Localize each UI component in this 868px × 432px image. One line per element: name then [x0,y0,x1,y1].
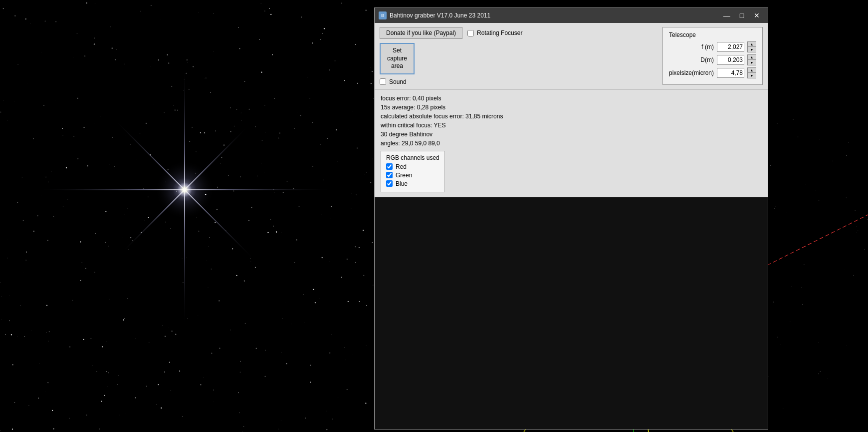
sound-label: Sound [389,78,407,85]
red-row: Red [386,163,439,170]
f-spin-down[interactable]: ▼ [748,47,756,52]
rotating-focuser-checkbox[interactable] [467,30,474,36]
app-icon: B [379,11,387,19]
content-area: Donate if you like (Paypal) Rotating Foc… [375,23,768,429]
pixelsize-spinner: ▲ ▼ [747,67,756,78]
rotating-focuser-row: Rotating Focuser [467,29,522,36]
abs-focus-error-stat: calculated absolute focus error: 31,85 m… [381,113,762,120]
d-input[interactable] [717,55,744,65]
red-label: Red [396,163,407,170]
blue-row: Blue [386,180,439,187]
blue-label: Blue [396,180,408,187]
pixelsize-input[interactable] [717,68,744,78]
title-bar: B Bahtinov grabber V17.0 June 23 2011 — … [375,8,768,23]
controls-row: Donate if you like (Paypal) Rotating Foc… [380,27,763,85]
close-button[interactable]: ✕ [750,10,764,21]
d-spinner: ▲ ▼ [747,54,756,65]
green-checkbox[interactable] [386,172,393,178]
f-spin-up[interactable]: ▲ [748,42,756,47]
d-spin-down[interactable]: ▼ [748,60,756,65]
pixelsize-spin-down[interactable]: ▼ [748,73,756,78]
telescope-panel: Telescope f (m) ▲ ▼ D(m) ▲ [662,27,763,85]
set-capture-line1: Set [393,47,402,54]
red-checkbox[interactable] [386,163,393,170]
green-label: Green [396,172,412,179]
critical-focus-stat: within critical focus: YES [381,122,762,129]
diameter-row: D(m) ▲ ▼ [669,54,756,65]
f-input[interactable] [717,42,744,52]
pixelsize-row: pixelsize(micron) ▲ ▼ [669,67,756,78]
f-spinner: ▲ ▼ [747,41,756,52]
set-capture-line3: area [391,62,403,69]
angles-stat: angles: 29,0 59,0 89,0 [381,140,762,147]
blue-checkbox[interactable] [386,180,393,187]
telescope-title: Telescope [669,31,756,38]
maximize-button[interactable]: □ [735,10,749,21]
f-label: f (m) [701,43,714,50]
avg-15s-stat: 15s average: 0,28 pixels [381,104,762,111]
green-row: Green [386,172,439,179]
bahtinov-label: 30 degree Bahtinov [381,131,762,138]
pixelsize-label: pixelsize(micron) [669,69,714,76]
pixelsize-spin-up[interactable]: ▲ [748,68,756,73]
title-bar-controls: — □ ✕ [720,10,764,21]
rgb-panel: RGB channels used Red Green Blue [381,151,445,192]
sound-checkbox[interactable] [380,78,386,85]
rotating-focuser-label: Rotating Focuser [477,29,522,36]
d-spin-up[interactable]: ▲ [748,55,756,60]
focus-error-stat: focus error: 0,40 pixels [381,95,762,102]
window-title: Bahtinov grabber V17.0 June 23 2011 [390,12,490,19]
d-label: D(m) [700,56,714,63]
analysis-image-area [375,197,768,429]
donate-button[interactable]: Donate if you like (Paypal) [380,27,462,39]
minimize-button[interactable]: — [720,10,734,21]
stats-area: focus error: 0,40 pixels 15s average: 0,… [375,90,768,197]
set-capture-line2: capture [387,55,407,62]
top-controls: Donate if you like (Paypal) Rotating Foc… [375,23,768,90]
set-capture-button[interactable]: Set capture area [380,43,415,74]
sound-row: Sound [380,78,522,85]
left-controls: Donate if you like (Paypal) Rotating Foc… [380,27,522,85]
rgb-header: RGB channels used [386,154,439,161]
analysis-canvas [375,197,768,429]
app-window: B Bahtinov grabber V17.0 June 23 2011 — … [374,7,768,430]
focal-length-row: f (m) ▲ ▼ [669,41,756,52]
